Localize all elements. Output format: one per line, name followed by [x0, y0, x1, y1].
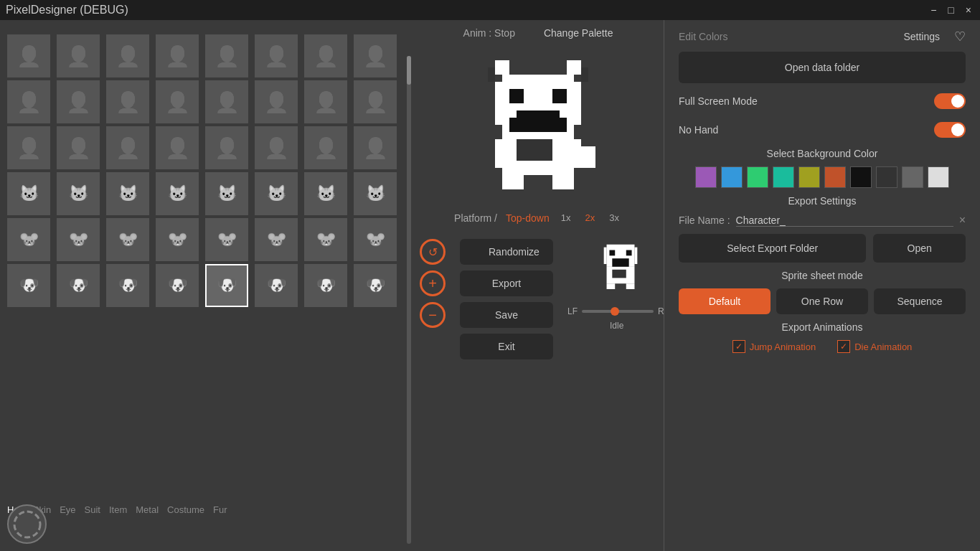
sprite-cell[interactable]: 🐱 — [156, 172, 199, 215]
randomize-button[interactable]: Randomize — [460, 239, 553, 265]
sprite-cell[interactable]: 👤 — [106, 34, 149, 77]
sprite-cell[interactable]: 🐶 — [7, 264, 50, 307]
sprite-cell[interactable]: 👤 — [106, 80, 149, 123]
mode-one-row-btn[interactable]: One Row — [776, 288, 868, 314]
heart-icon[interactable]: ♡ — [954, 29, 966, 44]
sprite-cell[interactable]: 🐱 — [304, 172, 347, 215]
maximize-btn[interactable]: □ — [945, 4, 956, 16]
sprite-cell[interactable]: 🐭 — [304, 218, 347, 261]
cat-tab-suit[interactable]: Suit — [85, 504, 100, 515]
sprite-cell[interactable]: 🐶 — [255, 264, 298, 307]
cat-tab-eye[interactable]: Eye — [60, 504, 75, 515]
color-swatch-blue[interactable] — [721, 166, 743, 188]
sprite-cell[interactable]: 🐶 — [354, 264, 397, 307]
open-data-folder-button[interactable]: Open data folder — [679, 52, 966, 83]
filename-input[interactable] — [736, 215, 953, 227]
save-icon-btn[interactable]: − — [420, 302, 446, 328]
scale-3x-btn[interactable]: 3x — [606, 211, 622, 225]
color-swatch-black[interactable] — [850, 166, 872, 188]
sprite-cell[interactable]: 🐭 — [106, 218, 149, 261]
export-icon-btn[interactable]: + — [420, 270, 446, 296]
minimize-btn[interactable]: − — [928, 4, 939, 16]
color-swatch-green[interactable] — [747, 166, 768, 188]
randomize-icon-btn[interactable]: ↺ — [420, 239, 446, 265]
slider-track[interactable] — [582, 310, 654, 313]
sprite-cell[interactable]: 👤 — [354, 80, 397, 123]
sprite-cell[interactable]: 🐱 — [7, 172, 50, 215]
sprite-cell[interactable]: 🐱 — [106, 172, 149, 215]
close-btn[interactable]: × — [963, 4, 974, 16]
sprite-cell[interactable]: 🐱 — [255, 172, 298, 215]
scale-2x-btn[interactable]: 2x — [582, 211, 598, 225]
sprite-cell[interactable]: 🐭 — [57, 218, 100, 261]
color-swatch-purple[interactable] — [695, 166, 717, 188]
open-button[interactable]: Open — [873, 234, 966, 263]
mode-default-btn[interactable]: Default — [679, 288, 771, 314]
cat-tab-fur[interactable]: Fur — [213, 504, 227, 515]
sprite-cell[interactable]: 🐭 — [7, 218, 50, 261]
sprite-cell[interactable]: 🐶 — [156, 264, 199, 307]
exit-button[interactable]: Exit — [460, 334, 553, 359]
mode-sequence-btn[interactable]: Sequence — [874, 288, 966, 314]
sprite-cell[interactable]: 👤 — [205, 34, 248, 77]
sprite-cell[interactable]: 👤 — [304, 34, 347, 77]
filename-clear-btn[interactable]: × — [959, 214, 966, 227]
slider-thumb — [611, 307, 619, 316]
sprite-cell[interactable]: 👤 — [7, 126, 50, 169]
sprite-cell[interactable]: 👤 — [7, 34, 50, 77]
die-animation-check[interactable]: Die Animation — [837, 340, 912, 353]
sprite-cell[interactable]: 👤 — [255, 34, 298, 77]
color-swatch-darkgray[interactable] — [876, 166, 897, 188]
no-hand-toggle[interactable] — [934, 122, 966, 138]
sprite-cell[interactable]: 👤 — [304, 80, 347, 123]
color-swatch-teal[interactable] — [773, 166, 794, 188]
sprite-cell[interactable]: 👤 — [354, 126, 397, 169]
sprite-cell[interactable]: 🐱 — [205, 172, 248, 215]
sprite-cell[interactable]: 🐱 — [354, 172, 397, 215]
jump-checkbox[interactable] — [732, 340, 745, 353]
sprite-cell[interactable]: 🐭 — [354, 218, 397, 261]
sprite-cell[interactable]: 👤 — [57, 126, 100, 169]
sprite-cell[interactable]: 🐶 — [57, 264, 100, 307]
sprite-cell[interactable]: 👤 — [57, 80, 100, 123]
jump-animation-check[interactable]: Jump Animation — [732, 340, 816, 353]
export-button[interactable]: Export — [460, 270, 553, 296]
sprite-cell[interactable]: 👤 — [106, 126, 149, 169]
die-checkbox[interactable] — [837, 340, 850, 353]
edit-colors-btn[interactable]: Edit Colors — [679, 31, 727, 42]
sprite-cell-selected[interactable]: 🐶 — [205, 264, 248, 307]
save-button[interactable]: Save — [460, 302, 553, 328]
sprite-cell[interactable]: 🐭 — [156, 218, 199, 261]
settings-btn[interactable]: Settings — [903, 31, 940, 42]
sprite-cell[interactable]: 🐭 — [255, 218, 298, 261]
color-swatch-olive[interactable] — [798, 166, 820, 188]
sprite-cell[interactable]: 👤 — [156, 126, 199, 169]
scroll-bar[interactable] — [407, 56, 411, 544]
cat-tab-metal[interactable]: Metal — [136, 504, 159, 515]
sprite-cell[interactable]: 👤 — [304, 126, 347, 169]
cat-tab-item[interactable]: Item — [109, 504, 127, 515]
palette-label[interactable]: Change Palette — [544, 27, 613, 39]
color-swatch-brown[interactable] — [824, 166, 846, 188]
sprite-cell[interactable]: 👤 — [57, 34, 100, 77]
sprite-cell[interactable]: 👤 — [156, 34, 199, 77]
color-swatch-white[interactable] — [928, 166, 949, 188]
sprite-cell[interactable]: 👤 — [7, 80, 50, 123]
sprite-cell[interactable]: 👤 — [205, 80, 248, 123]
scale-1x-btn[interactable]: 1x — [558, 211, 574, 225]
sprite-cell[interactable]: 🐱 — [57, 172, 100, 215]
sprite-cell[interactable]: 🐶 — [304, 264, 347, 307]
color-swatch-gray[interactable] — [902, 166, 923, 188]
topdown-label[interactable]: Top-down — [506, 212, 550, 224]
select-export-folder-button[interactable]: Select Export Folder — [679, 234, 866, 263]
svg-rect-14 — [495, 139, 502, 168]
cat-tab-costume[interactable]: Costume — [167, 504, 204, 515]
sprite-cell[interactable]: 🐶 — [106, 264, 149, 307]
sprite-cell[interactable]: 🐭 — [205, 218, 248, 261]
sprite-cell[interactable]: 👤 — [255, 80, 298, 123]
sprite-cell[interactable]: 👤 — [354, 34, 397, 77]
sprite-cell[interactable]: 👤 — [156, 80, 199, 123]
sprite-cell[interactable]: 👤 — [255, 126, 298, 169]
sprite-cell[interactable]: 👤 — [205, 126, 248, 169]
full-screen-toggle[interactable] — [934, 93, 966, 109]
